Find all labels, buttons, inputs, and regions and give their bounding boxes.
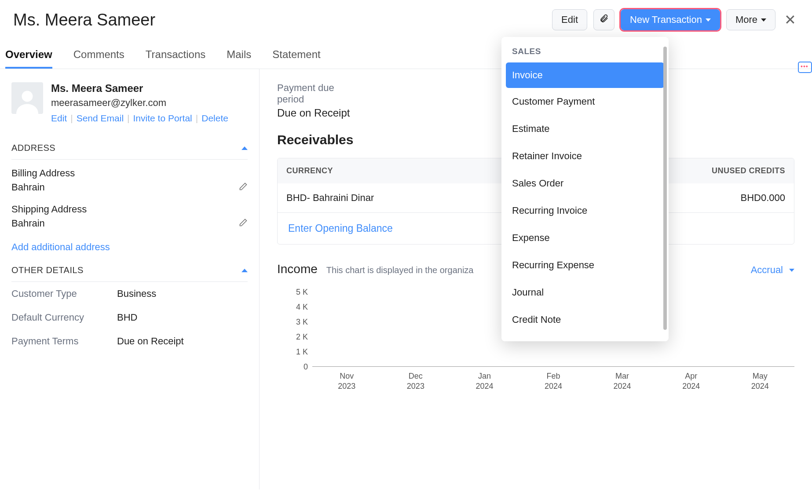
detail-value: Business: [117, 288, 156, 299]
contact-email: meerasameer@zylker.com: [51, 97, 228, 109]
contact-name: Ms. Meera Sameer: [51, 82, 228, 95]
tab-mails[interactable]: Mails: [227, 48, 251, 69]
dropdown-item-credit-note[interactable]: Credit Note: [501, 306, 669, 333]
chevron-up-icon: [241, 146, 248, 150]
add-address-link[interactable]: Add additional address: [11, 241, 110, 253]
close-button[interactable]: ✕: [782, 9, 799, 31]
y-tick: 0: [304, 362, 308, 372]
contact-invite-link[interactable]: Invite to Portal: [133, 113, 192, 124]
detail-label: Default Currency: [11, 312, 117, 323]
dropdown-item-recurring-invoice[interactable]: Recurring Invoice: [501, 197, 669, 224]
caret-down-icon: [761, 18, 766, 22]
chevron-up-icon: [241, 269, 248, 272]
detail-value: Due on Receipt: [117, 336, 184, 347]
enter-opening-balance-link[interactable]: Enter Opening Balance: [288, 223, 393, 234]
y-tick: 1 K: [296, 347, 308, 357]
contact-edit-link[interactable]: Edit: [51, 113, 67, 124]
avatar: [11, 82, 43, 114]
more-label: More: [735, 14, 757, 26]
more-button[interactable]: More: [726, 9, 775, 30]
contact-actions: Edit| Send Email| Invite to Portal| Dele…: [51, 113, 228, 124]
header: Ms. Meera Sameer Edit New Transaction Mo…: [0, 0, 812, 35]
col-currency-header: CURRENCY: [278, 158, 469, 183]
chart-y-axis: 5 K 4 K 3 K 2 K 1 K 0: [277, 292, 312, 367]
tab-statement[interactable]: Statement: [272, 48, 320, 69]
paperclip-icon: [599, 13, 609, 26]
dropdown-item-invoice[interactable]: Invoice: [506, 62, 664, 88]
new-transaction-highlight: New Transaction: [621, 9, 720, 30]
new-transaction-button[interactable]: New Transaction: [621, 9, 720, 30]
payment-due-label: Payment due period: [277, 82, 352, 105]
attachment-button[interactable]: [593, 9, 614, 30]
accrual-dropdown[interactable]: Accrual: [751, 264, 794, 276]
shipping-address-label: Shipping Address: [11, 204, 248, 215]
accrual-label: Accrual: [751, 264, 783, 276]
caret-down-icon: [706, 18, 711, 22]
x-tick: Mar2024: [588, 371, 657, 392]
content: Ms. Meera Sameer meerasameer@zylker.com …: [0, 69, 812, 489]
contact-card: Ms. Meera Sameer meerasameer@zylker.com …: [11, 82, 248, 124]
detail-row-customer-type: Customer Type Business: [11, 282, 248, 306]
cell-currency: BHD- Bahraini Dinar: [278, 183, 469, 212]
x-tick: May2024: [725, 371, 794, 392]
y-tick: 5 K: [296, 288, 308, 297]
detail-label: Payment Terms: [11, 336, 117, 347]
y-tick: 2 K: [296, 332, 308, 342]
address-heading: ADDRESS: [11, 143, 55, 153]
dropdown-item-recurring-expense[interactable]: Recurring Expense: [501, 252, 669, 279]
tabs: Overview Comments Transactions Mails Sta…: [0, 35, 812, 69]
x-tick: Nov2023: [312, 371, 381, 392]
detail-row-payment-terms: Payment Terms Due on Receipt: [11, 329, 248, 353]
detail-value: BHD: [117, 312, 137, 323]
tab-comments[interactable]: Comments: [73, 48, 124, 69]
shipping-address-block: Shipping Address Bahrain: [11, 196, 248, 232]
other-details-section-header[interactable]: OTHER DETAILS: [11, 257, 248, 282]
header-buttons: Edit New Transaction More ✕: [552, 9, 799, 31]
close-icon: ✕: [784, 12, 796, 28]
tab-transactions[interactable]: Transactions: [146, 48, 206, 69]
page-title: Ms. Meera Sameer: [13, 11, 552, 29]
y-tick: 4 K: [296, 303, 308, 312]
dropdown-scrollbar[interactable]: [663, 47, 667, 330]
shipping-address-value: Bahrain: [11, 218, 45, 229]
billing-address-value: Bahrain: [11, 182, 45, 193]
dropdown-item-estimate[interactable]: Estimate: [501, 115, 669, 142]
dropdown-item-journal[interactable]: Journal: [501, 279, 669, 306]
dropdown-item-retainer-invoice[interactable]: Retainer Invoice: [501, 142, 669, 170]
tab-overview[interactable]: Overview: [5, 48, 52, 69]
detail-label: Customer Type: [11, 288, 117, 299]
dropdown-item-sales-order[interactable]: Sales Order: [501, 170, 669, 197]
billing-address-block: Billing Address Bahrain: [11, 160, 248, 196]
other-details-heading: OTHER DETAILS: [11, 265, 84, 275]
detail-row-default-currency: Default Currency BHD: [11, 306, 248, 329]
edit-shipping-icon[interactable]: [239, 218, 248, 229]
caret-down-icon: [789, 269, 794, 272]
new-transaction-label: New Transaction: [630, 14, 702, 26]
x-tick: Feb2024: [519, 371, 588, 392]
billing-address-label: Billing Address: [11, 168, 248, 179]
chart-x-axis: Nov2023 Dec2023 Jan2024 Feb2024 Mar2024 …: [312, 371, 794, 392]
x-tick: Jan2024: [450, 371, 519, 392]
x-tick: Apr2024: [657, 371, 726, 392]
sidebar: Ms. Meera Sameer meerasameer@zylker.com …: [0, 69, 260, 489]
dropdown-heading-sales: SALES: [501, 43, 669, 62]
svg-point-0: [22, 91, 33, 102]
dropdown-item-customer-payment[interactable]: Customer Payment: [501, 88, 669, 115]
address-section-header[interactable]: ADDRESS: [11, 135, 248, 160]
edit-billing-icon[interactable]: [239, 182, 248, 193]
new-transaction-dropdown: SALES Invoice Customer Payment Estimate …: [501, 37, 669, 341]
y-tick: 3 K: [296, 318, 308, 327]
dropdown-item-expense[interactable]: Expense: [501, 224, 669, 252]
income-title: Income: [277, 262, 318, 276]
contact-send-email-link[interactable]: Send Email: [77, 113, 124, 124]
x-tick: Dec2023: [381, 371, 450, 392]
contact-delete-link[interactable]: Delete: [201, 113, 228, 124]
edit-button[interactable]: Edit: [552, 9, 587, 30]
